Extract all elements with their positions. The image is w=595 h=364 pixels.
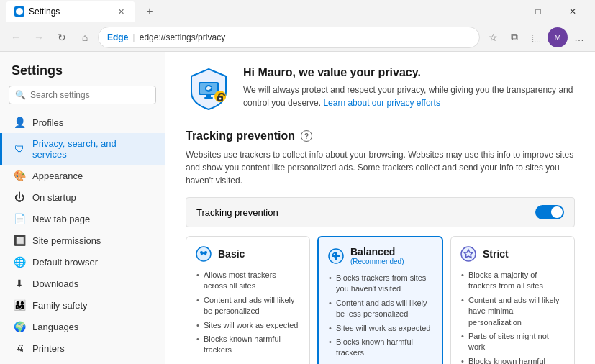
- privacy-description: We will always protect and respect your …: [243, 83, 575, 109]
- privacy-banner: Hi Mauro, we value your privacy. We will…: [186, 66, 575, 112]
- sidebar-item-profiles[interactable]: 👤 Profiles: [0, 112, 165, 133]
- address-input[interactable]: Edge | edge://settings/privacy: [98, 27, 480, 48]
- sidebar-label-downloads: Downloads: [32, 278, 78, 289]
- strict-item-2: Parts of sites might not work: [460, 329, 566, 355]
- balanced-item-2: Sites will work as expected: [327, 322, 433, 335]
- privacy-text: Hi Mauro, we value your privacy. We will…: [243, 66, 575, 109]
- balanced-card-title: Balanced: [350, 246, 404, 258]
- sidebar: Settings 🔍 👤 Profiles 🛡 Privacy, search,…: [0, 52, 165, 364]
- privacy-greeting: Hi Mauro, we value your privacy.: [243, 66, 575, 79]
- close-button[interactable]: ✕: [556, 0, 589, 23]
- basic-card-title: Basic: [218, 248, 245, 260]
- browser-tab[interactable]: Settings ✕: [6, 1, 135, 22]
- sidebar-label-startup: On startup: [32, 192, 76, 203]
- basic-card-items: Allows most trackers across all sites Co…: [195, 268, 301, 358]
- sidebar-item-family[interactable]: 👨‍👩‍👧 Family safety: [0, 294, 165, 316]
- search-box[interactable]: 🔍: [9, 86, 156, 104]
- balanced-item-1: Content and ads will likely be less pers…: [327, 296, 433, 322]
- card-strict-header: Strict: [460, 245, 566, 263]
- basic-item-3: Blocks known harmful trackers: [195, 332, 301, 358]
- startup-icon: ⏻: [14, 191, 25, 203]
- tracking-toggle-label: Tracking prevention: [196, 207, 278, 218]
- svg-point-8: [219, 98, 222, 100]
- downloads-icon: ⬇: [14, 278, 25, 289]
- basic-item-0: Allows most trackers across all sites: [195, 268, 301, 294]
- sidebar-item-startup[interactable]: ⏻ On startup: [0, 186, 165, 208]
- sidebar-item-downloads[interactable]: ⬇ Downloads: [0, 273, 165, 294]
- profile-button[interactable]: M: [548, 27, 568, 47]
- tab-favicon: [14, 6, 24, 17]
- search-input[interactable]: [30, 90, 150, 100]
- sidebar-label-default-browser: Default browser: [32, 257, 98, 268]
- sidebar-label-family: Family safety: [32, 300, 88, 311]
- sidebar-item-newtab[interactable]: 📄 New tab page: [0, 208, 165, 229]
- content-area: Hi Mauro, we value your privacy. We will…: [165, 52, 595, 364]
- privacy-link[interactable]: Learn about our privacy efforts: [323, 98, 440, 108]
- card-basic-header: Basic: [195, 245, 301, 263]
- help-icon[interactable]: ?: [301, 130, 312, 142]
- window-controls: — □ ✕: [487, 0, 589, 23]
- sidebar-label-appearance: Appearance: [32, 170, 83, 181]
- strict-item-1: Content and ads will likely have minimal…: [460, 294, 566, 329]
- svg-point-0: [16, 8, 23, 15]
- strict-card-icon: [460, 245, 477, 263]
- sidebar-label-privacy: Privacy, search, and services: [32, 138, 153, 160]
- tracking-toggle[interactable]: [535, 205, 564, 219]
- favorites-icon[interactable]: ☆: [483, 27, 503, 47]
- strict-item-0: Blocks a majority of trackers from all s…: [460, 268, 566, 294]
- sidebar-item-default-browser[interactable]: 🌐 Default browser: [0, 251, 165, 273]
- tracking-toggle-row: Tracking prevention: [186, 197, 575, 227]
- address-separator: |: [132, 32, 135, 42]
- profiles-icon: 👤: [14, 117, 25, 128]
- appearance-icon: 🎨: [14, 170, 25, 181]
- title-bar: Settings ✕ + — □ ✕: [0, 0, 595, 23]
- maximize-button[interactable]: □: [522, 0, 555, 23]
- card-basic[interactable]: Basic Allows most trackers across all si…: [186, 236, 310, 364]
- minimize-button[interactable]: —: [487, 0, 520, 23]
- balanced-item-0: Blocks trackers from sites you haven't v…: [327, 271, 433, 296]
- sidebar-icon[interactable]: ⬚: [526, 27, 546, 47]
- tracking-section-desc: Websites use trackers to collect info ab…: [186, 148, 575, 187]
- strict-card-title: Strict: [483, 248, 509, 260]
- address-toolbar: ☆ ⧉ ⬚ M …: [483, 27, 589, 47]
- sidebar-item-system[interactable]: ⚙ System: [0, 359, 165, 364]
- balanced-card-title-group: Balanced (Recommended): [350, 246, 404, 265]
- more-icon[interactable]: …: [569, 27, 589, 47]
- tab-close-button[interactable]: ✕: [115, 6, 127, 17]
- privacy-shield-image: [186, 66, 232, 112]
- collections-icon[interactable]: ⧉: [504, 27, 524, 47]
- new-tab-button[interactable]: +: [141, 3, 158, 20]
- sidebar-item-languages[interactable]: 🌍 Languages: [0, 316, 165, 337]
- strict-item-3: Blocks known harmful trackers: [460, 355, 566, 364]
- sidebar-label-profiles: Profiles: [32, 117, 63, 128]
- sidebar-item-appearance[interactable]: 🎨 Appearance: [0, 165, 165, 186]
- search-icon: 🔍: [15, 90, 26, 100]
- balanced-item-3: Blocks known harmful trackers: [327, 335, 433, 360]
- address-bar: ← → ↻ ⌂ Edge | edge://settings/privacy ☆…: [0, 23, 595, 52]
- card-balanced[interactable]: Balanced (Recommended) Blocks trackers f…: [317, 236, 443, 364]
- tab-title: Settings: [29, 6, 60, 17]
- svg-point-10: [200, 251, 203, 254]
- home-button[interactable]: ⌂: [75, 27, 95, 47]
- refresh-button[interactable]: ↻: [52, 27, 72, 47]
- printers-icon: 🖨: [14, 342, 25, 354]
- sidebar-title: Settings: [0, 60, 165, 86]
- sidebar-item-printers[interactable]: 🖨 Printers: [0, 337, 165, 359]
- back-button[interactable]: ←: [6, 27, 26, 47]
- sidebar-label-permissions: Site permissions: [32, 235, 101, 246]
- edge-logo-in-address: Edge: [107, 32, 128, 42]
- family-icon: 👨‍👩‍👧: [14, 299, 25, 311]
- tracking-cards: Basic Allows most trackers across all si…: [186, 236, 575, 364]
- sidebar-item-privacy[interactable]: 🛡 Privacy, search, and services: [0, 133, 165, 165]
- balanced-card-items: Blocks trackers from sites you haven't v…: [327, 271, 433, 360]
- address-url: edge://settings/privacy: [140, 32, 225, 42]
- forward-button[interactable]: →: [29, 27, 49, 47]
- permissions-icon: 🔲: [14, 235, 25, 246]
- sidebar-label-languages: Languages: [32, 322, 78, 332]
- title-bar-left: Settings ✕ +: [6, 1, 158, 22]
- sidebar-item-permissions[interactable]: 🔲 Site permissions: [0, 229, 165, 251]
- sidebar-label-newtab: New tab page: [32, 214, 90, 224]
- languages-icon: 🌍: [14, 321, 25, 332]
- card-strict[interactable]: Strict Blocks a majority of trackers fro…: [450, 236, 575, 364]
- balanced-card-icon: [327, 247, 345, 265]
